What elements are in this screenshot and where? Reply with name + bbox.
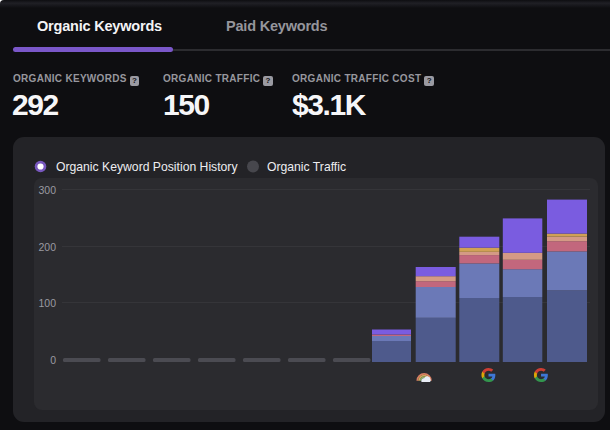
svg-text:100: 100 [38,297,56,309]
svg-text:200: 200 [38,241,56,253]
svg-text:300: 300 [38,184,56,196]
svg-text:0: 0 [50,354,56,366]
